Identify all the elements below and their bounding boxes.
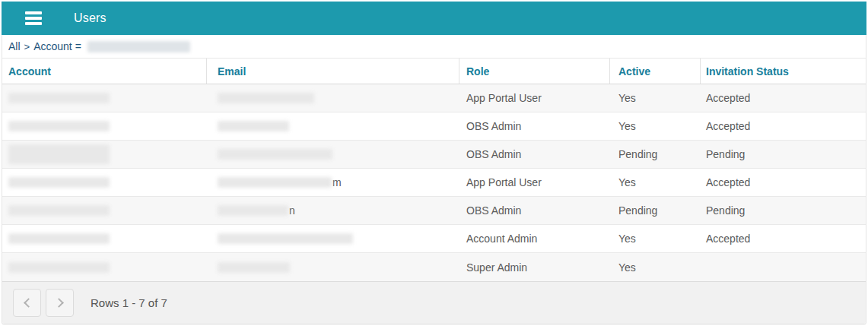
invitation-status-cell	[701, 253, 866, 281]
breadcrumb-redacted-value	[87, 41, 190, 52]
invitation-status-cell: Pending	[701, 141, 866, 168]
account-cell	[2, 225, 207, 252]
invitation-status-cell: Pending	[701, 197, 866, 224]
next-page-button[interactable]	[46, 289, 74, 317]
table-row[interactable]: Account Admin Yes Accepted	[2, 225, 866, 253]
redacted-email-value	[218, 177, 332, 188]
redacted-account-value	[8, 177, 110, 188]
account-cell	[2, 84, 207, 112]
email-cell	[207, 112, 459, 140]
table-row[interactable]: Super Admin Yes	[2, 253, 866, 281]
redacted-email-value	[218, 205, 288, 216]
pagination-footer: Rows 1 - 7 of 7	[2, 281, 866, 324]
column-header[interactable]: Email	[207, 59, 459, 84]
invitation-status-cell: Accepted	[701, 84, 866, 112]
active-cell: Pending	[610, 197, 701, 224]
email-cell	[207, 253, 459, 281]
redacted-email-value	[218, 93, 314, 103]
role-cell: App Portal User	[459, 169, 610, 196]
column-header-label: Account	[8, 65, 51, 78]
column-header[interactable]: Role	[459, 59, 610, 84]
email-cell	[207, 141, 459, 168]
account-cell	[2, 112, 207, 140]
breadcrumb-filter-link[interactable]: Account =	[33, 40, 81, 52]
breadcrumb-separator: >	[24, 41, 30, 52]
active-cell: Pending	[610, 141, 701, 168]
column-header[interactable]: Account	[2, 59, 207, 84]
table-row[interactable]: OBS Admin Yes Accepted	[2, 112, 866, 141]
table-body: App Portal User Yes Accepted OBS Admin Y…	[2, 84, 866, 281]
active-cell: Yes	[610, 84, 701, 112]
email-cell	[207, 225, 459, 252]
list-content: All > Account = Account Email Role Activ…	[2, 35, 866, 324]
chevron-left-icon	[24, 298, 33, 308]
invitation-status-cell: Accepted	[701, 225, 866, 252]
table-row[interactable]: n OBS Admin Pending Pending	[2, 197, 866, 225]
account-cell	[2, 141, 207, 168]
email-cell: n	[207, 197, 459, 224]
role-cell: OBS Admin	[459, 141, 610, 168]
redacted-account-value	[8, 205, 110, 216]
redacted-email-value	[218, 121, 289, 131]
redacted-account-value	[8, 121, 110, 131]
redacted-account-value	[8, 93, 110, 103]
role-cell: Super Admin	[459, 253, 610, 281]
active-cell: Yes	[610, 253, 701, 281]
table-header-row: Account Email Role Active Invitation Sta…	[2, 59, 866, 84]
redacted-account-value	[8, 144, 110, 164]
redacted-email-value	[218, 262, 290, 273]
column-header-label: Active	[618, 65, 650, 78]
email-cell: m	[207, 169, 459, 196]
previous-page-button[interactable]	[13, 289, 41, 317]
email-visible-suffix: m	[332, 176, 342, 188]
role-cell: OBS Admin	[459, 112, 610, 140]
table-row[interactable]: App Portal User Yes Accepted	[2, 84, 866, 112]
invitation-status-cell: Accepted	[701, 112, 866, 140]
column-header[interactable]: Invitation Status	[701, 59, 866, 84]
email-cell	[207, 84, 459, 112]
email-visible-suffix: n	[289, 204, 295, 217]
redacted-account-value	[8, 262, 110, 273]
account-cell	[2, 169, 207, 196]
redacted-email-value	[218, 149, 332, 160]
list-title-bar: Users	[2, 2, 866, 35]
menu-icon[interactable]	[25, 11, 42, 25]
role-cell: App Portal User	[459, 84, 610, 112]
rows-summary: Rows 1 - 7 of 7	[91, 296, 167, 309]
column-header-label: Email	[218, 65, 246, 78]
active-cell: Yes	[610, 169, 701, 196]
page-title: Users	[74, 11, 107, 25]
column-header-label: Invitation Status	[706, 65, 789, 78]
redacted-account-value	[8, 233, 110, 244]
active-cell: Yes	[610, 112, 701, 140]
column-header-label: Role	[466, 65, 489, 78]
invitation-status-cell: Accepted	[701, 169, 866, 196]
active-cell: Yes	[610, 225, 701, 252]
role-cell: Account Admin	[459, 225, 610, 252]
users-list-panel: Users All > Account = Account Email Role…	[2, 2, 866, 324]
column-header[interactable]: Active	[610, 59, 701, 84]
table-row[interactable]: m App Portal User Yes Accepted	[2, 169, 866, 197]
account-cell	[2, 253, 207, 281]
breadcrumb: All > Account =	[2, 35, 866, 59]
breadcrumb-all-link[interactable]: All	[8, 40, 21, 52]
role-cell: OBS Admin	[459, 197, 610, 224]
table-row[interactable]: OBS Admin Pending Pending	[2, 141, 866, 169]
account-cell	[2, 197, 207, 224]
redacted-email-value	[218, 233, 353, 244]
chevron-right-icon	[54, 298, 64, 308]
